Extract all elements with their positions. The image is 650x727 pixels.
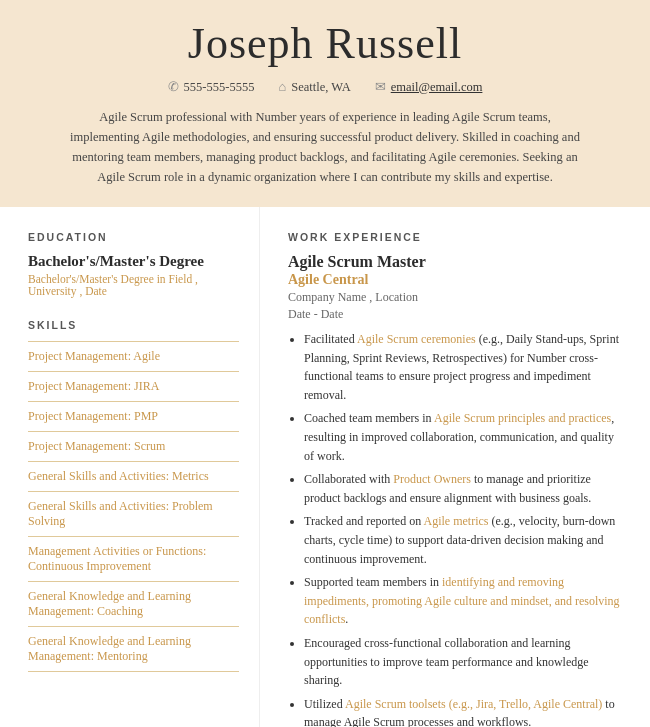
work-section: WORK EXPERIENCE Agile Scrum Master Agile… [288, 231, 626, 727]
job-title: Agile Scrum Master [288, 253, 626, 271]
skills-list: Project Management: AgileProject Managem… [28, 341, 239, 672]
skill-item: Project Management: JIRA [28, 372, 239, 402]
header: Joseph Russell ✆ 555-555-5555 ⌂ Seattle,… [0, 0, 650, 207]
bullet-item: Coached team members in Agile Scrum prin… [304, 409, 626, 465]
company-name: Agile Central [288, 272, 626, 288]
contact-row: ✆ 555-555-5555 ⌂ Seattle, WA ✉ email@ema… [40, 79, 610, 95]
job-dates: Date - Date [288, 307, 626, 322]
skill-item: General Knowledge and Learning Managemen… [28, 627, 239, 672]
bullet-item: Facilitated Agile Scrum ceremonies (e.g.… [304, 330, 626, 404]
bullet-item: Collaborated with Product Owners to mana… [304, 470, 626, 507]
resume-name: Joseph Russell [40, 18, 610, 69]
skill-item: Project Management: Scrum [28, 432, 239, 462]
phone-icon: ✆ [168, 79, 179, 95]
phone-number: 555-555-5555 [184, 80, 255, 95]
education-section-header: EDUCATION [28, 231, 239, 243]
email-link[interactable]: email@email.com [391, 80, 483, 95]
skills-section: SKILLS Project Management: AgileProject … [28, 319, 239, 672]
skills-section-header: SKILLS [28, 319, 239, 331]
email-icon: ✉ [375, 79, 386, 95]
phone-item: ✆ 555-555-5555 [168, 79, 255, 95]
company-location: Company Name , Location [288, 290, 626, 305]
edu-degree: Bachelor's/Master's Degree [28, 253, 239, 270]
bullet-item: Encouraged cross-functional collaboratio… [304, 634, 626, 690]
main-content: EDUCATION Bachelor's/Master's Degree Bac… [0, 207, 650, 727]
edu-sub: Bachelor's/Master's Degree in Field , Un… [28, 273, 239, 297]
skill-item: General Skills and Activities: Metrics [28, 462, 239, 492]
bullet-item: Supported team members in identifying an… [304, 573, 626, 629]
right-column: WORK EXPERIENCE Agile Scrum Master Agile… [260, 207, 650, 727]
location-icon: ⌂ [278, 79, 286, 95]
email-item: ✉ email@email.com [375, 79, 483, 95]
location-item: ⌂ Seattle, WA [278, 79, 350, 95]
skill-item: General Skills and Activities: Problem S… [28, 492, 239, 537]
work-section-header: WORK EXPERIENCE [288, 231, 626, 243]
summary-text: Agile Scrum professional with Number yea… [65, 107, 585, 187]
location-text: Seattle, WA [291, 80, 350, 95]
bullet-item: Utilized Agile Scrum toolsets (e.g., Jir… [304, 695, 626, 727]
left-column: EDUCATION Bachelor's/Master's Degree Bac… [0, 207, 260, 727]
skill-item: General Knowledge and Learning Managemen… [28, 582, 239, 627]
skill-item: Project Management: Agile [28, 341, 239, 372]
skill-item: Management Activities or Functions: Cont… [28, 537, 239, 582]
bullet-list: Facilitated Agile Scrum ceremonies (e.g.… [288, 330, 626, 727]
education-section: EDUCATION Bachelor's/Master's Degree Bac… [28, 231, 239, 297]
bullet-item: Tracked and reported on Agile metrics (e… [304, 512, 626, 568]
skill-item: Project Management: PMP [28, 402, 239, 432]
